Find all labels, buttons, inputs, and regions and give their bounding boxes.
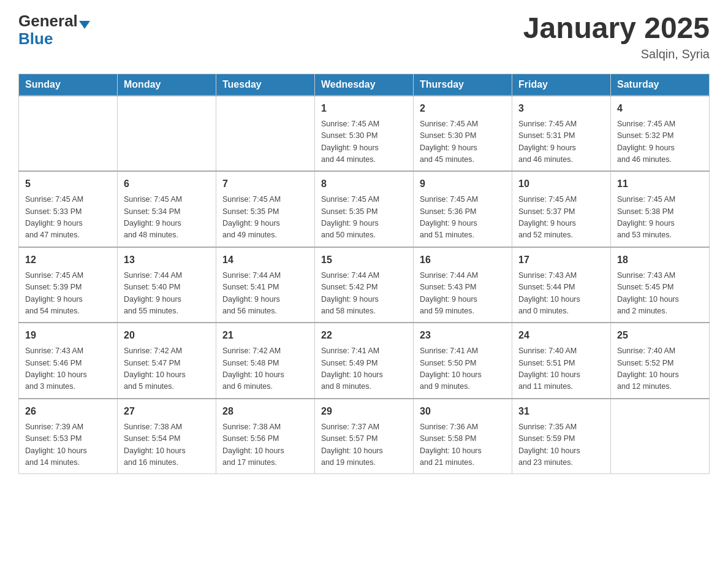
day-info: Sunrise: 7:45 AMSunset: 5:30 PMDaylight:… — [321, 118, 407, 166]
calendar-week-row: 26Sunrise: 7:39 AMSunset: 5:53 PMDayligh… — [19, 399, 710, 474]
calendar-cell: 21Sunrise: 7:42 AMSunset: 5:48 PMDayligh… — [216, 323, 315, 399]
calendar-cell: 17Sunrise: 7:43 AMSunset: 5:44 PMDayligh… — [512, 247, 611, 323]
calendar-cell: 2Sunrise: 7:45 AMSunset: 5:30 PMDaylight… — [414, 96, 512, 172]
column-header-saturday: Saturday — [611, 74, 710, 96]
column-header-tuesday: Tuesday — [216, 74, 315, 96]
day-number: 22 — [321, 328, 407, 343]
calendar-cell: 23Sunrise: 7:41 AMSunset: 5:50 PMDayligh… — [414, 323, 512, 399]
calendar-cell — [118, 96, 216, 172]
calendar-cell — [19, 96, 118, 172]
calendar-cell — [611, 399, 710, 474]
logo-chevron-icon — [79, 21, 90, 29]
day-number: 26 — [25, 404, 111, 419]
calendar-cell: 31Sunrise: 7:35 AMSunset: 5:59 PMDayligh… — [512, 399, 611, 474]
calendar-table: SundayMondayTuesdayWednesdayThursdayFrid… — [18, 74, 710, 475]
day-info: Sunrise: 7:36 AMSunset: 5:58 PMDaylight:… — [420, 421, 506, 469]
day-number: 30 — [420, 404, 506, 419]
column-header-wednesday: Wednesday — [315, 74, 414, 96]
calendar-cell: 11Sunrise: 7:45 AMSunset: 5:38 PMDayligh… — [611, 171, 710, 247]
calendar-cell: 24Sunrise: 7:40 AMSunset: 5:51 PMDayligh… — [512, 323, 611, 399]
calendar-cell: 5Sunrise: 7:45 AMSunset: 5:33 PMDaylight… — [19, 171, 118, 247]
calendar-cell: 7Sunrise: 7:45 AMSunset: 5:35 PMDaylight… — [216, 171, 315, 247]
calendar-cell: 15Sunrise: 7:44 AMSunset: 5:42 PMDayligh… — [315, 247, 414, 323]
page-subtitle: Salqin, Syria — [523, 47, 710, 61]
day-info: Sunrise: 7:45 AMSunset: 5:32 PMDaylight:… — [617, 118, 703, 166]
day-info: Sunrise: 7:40 AMSunset: 5:52 PMDaylight:… — [617, 345, 703, 393]
calendar-cell: 25Sunrise: 7:40 AMSunset: 5:52 PMDayligh… — [611, 323, 710, 399]
day-number: 27 — [124, 404, 210, 419]
calendar-cell — [216, 96, 315, 172]
calendar-cell: 29Sunrise: 7:37 AMSunset: 5:57 PMDayligh… — [315, 399, 414, 474]
column-header-friday: Friday — [512, 74, 611, 96]
day-info: Sunrise: 7:35 AMSunset: 5:59 PMDaylight:… — [518, 421, 604, 469]
day-info: Sunrise: 7:44 AMSunset: 5:41 PMDaylight:… — [222, 270, 308, 318]
day-number: 7 — [222, 177, 308, 191]
day-info: Sunrise: 7:45 AMSunset: 5:38 PMDaylight:… — [617, 194, 703, 242]
day-number: 28 — [222, 404, 308, 419]
title-block: January 2025 Salqin, Syria — [523, 12, 710, 61]
day-info: Sunrise: 7:42 AMSunset: 5:48 PMDaylight:… — [222, 345, 308, 393]
day-info: Sunrise: 7:40 AMSunset: 5:51 PMDaylight:… — [518, 345, 604, 393]
calendar-cell: 16Sunrise: 7:44 AMSunset: 5:43 PMDayligh… — [414, 247, 512, 323]
calendar-cell: 10Sunrise: 7:45 AMSunset: 5:37 PMDayligh… — [512, 171, 611, 247]
day-number: 29 — [321, 404, 407, 419]
day-number: 2 — [420, 101, 506, 116]
day-number: 4 — [617, 101, 703, 116]
day-info: Sunrise: 7:45 AMSunset: 5:33 PMDaylight:… — [25, 194, 111, 242]
day-number: 20 — [124, 328, 210, 343]
calendar-week-row: 5Sunrise: 7:45 AMSunset: 5:33 PMDaylight… — [19, 171, 710, 247]
calendar-cell: 6Sunrise: 7:45 AMSunset: 5:34 PMDaylight… — [118, 171, 216, 247]
calendar-cell: 8Sunrise: 7:45 AMSunset: 5:35 PMDaylight… — [315, 171, 414, 247]
day-info: Sunrise: 7:45 AMSunset: 5:36 PMDaylight:… — [420, 194, 506, 242]
logo-general-text: General — [18, 12, 78, 30]
calendar-cell: 30Sunrise: 7:36 AMSunset: 5:58 PMDayligh… — [414, 399, 512, 474]
calendar-cell: 27Sunrise: 7:38 AMSunset: 5:54 PMDayligh… — [118, 399, 216, 474]
day-number: 11 — [617, 177, 703, 191]
day-number: 5 — [25, 177, 111, 191]
calendar-cell: 12Sunrise: 7:45 AMSunset: 5:39 PMDayligh… — [19, 247, 118, 323]
day-info: Sunrise: 7:41 AMSunset: 5:49 PMDaylight:… — [321, 345, 407, 393]
page-title: January 2025 — [523, 12, 710, 45]
day-info: Sunrise: 7:45 AMSunset: 5:34 PMDaylight:… — [124, 194, 210, 242]
calendar-cell: 22Sunrise: 7:41 AMSunset: 5:49 PMDayligh… — [315, 323, 414, 399]
calendar-cell: 20Sunrise: 7:42 AMSunset: 5:47 PMDayligh… — [118, 323, 216, 399]
day-info: Sunrise: 7:38 AMSunset: 5:56 PMDaylight:… — [222, 421, 308, 469]
day-info: Sunrise: 7:45 AMSunset: 5:30 PMDaylight:… — [420, 118, 506, 166]
day-info: Sunrise: 7:38 AMSunset: 5:54 PMDaylight:… — [124, 421, 210, 469]
day-info: Sunrise: 7:45 AMSunset: 5:31 PMDaylight:… — [518, 118, 604, 166]
day-number: 15 — [321, 253, 407, 267]
calendar-cell: 18Sunrise: 7:43 AMSunset: 5:45 PMDayligh… — [611, 247, 710, 323]
day-info: Sunrise: 7:43 AMSunset: 5:44 PMDaylight:… — [518, 270, 604, 318]
day-info: Sunrise: 7:43 AMSunset: 5:45 PMDaylight:… — [617, 270, 703, 318]
column-header-thursday: Thursday — [414, 74, 512, 96]
day-info: Sunrise: 7:45 AMSunset: 5:35 PMDaylight:… — [222, 194, 308, 242]
day-number: 12 — [25, 253, 111, 267]
day-number: 24 — [518, 328, 604, 343]
calendar-cell: 19Sunrise: 7:43 AMSunset: 5:46 PMDayligh… — [19, 323, 118, 399]
day-number: 1 — [321, 101, 407, 116]
day-number: 18 — [617, 253, 703, 267]
day-info: Sunrise: 7:37 AMSunset: 5:57 PMDaylight:… — [321, 421, 407, 469]
calendar-cell: 4Sunrise: 7:45 AMSunset: 5:32 PMDaylight… — [611, 96, 710, 172]
calendar-cell: 26Sunrise: 7:39 AMSunset: 5:53 PMDayligh… — [19, 399, 118, 474]
day-number: 13 — [124, 253, 210, 267]
calendar-cell: 14Sunrise: 7:44 AMSunset: 5:41 PMDayligh… — [216, 247, 315, 323]
day-info: Sunrise: 7:44 AMSunset: 5:43 PMDaylight:… — [420, 270, 506, 318]
day-info: Sunrise: 7:45 AMSunset: 5:35 PMDaylight:… — [321, 194, 407, 242]
day-info: Sunrise: 7:41 AMSunset: 5:50 PMDaylight:… — [420, 345, 506, 393]
day-number: 8 — [321, 177, 407, 191]
day-number: 14 — [222, 253, 308, 267]
logo: General Blue — [18, 12, 90, 47]
day-info: Sunrise: 7:44 AMSunset: 5:42 PMDaylight:… — [321, 270, 407, 318]
day-info: Sunrise: 7:43 AMSunset: 5:46 PMDaylight:… — [25, 345, 111, 393]
calendar-week-row: 1Sunrise: 7:45 AMSunset: 5:30 PMDaylight… — [19, 96, 710, 172]
calendar-week-row: 12Sunrise: 7:45 AMSunset: 5:39 PMDayligh… — [19, 247, 710, 323]
day-number: 16 — [420, 253, 506, 267]
day-info: Sunrise: 7:42 AMSunset: 5:47 PMDaylight:… — [124, 345, 210, 393]
day-info: Sunrise: 7:44 AMSunset: 5:40 PMDaylight:… — [124, 270, 210, 318]
calendar-cell: 1Sunrise: 7:45 AMSunset: 5:30 PMDaylight… — [315, 96, 414, 172]
calendar-cell: 3Sunrise: 7:45 AMSunset: 5:31 PMDaylight… — [512, 96, 611, 172]
logo-blue-text: Blue — [18, 30, 90, 48]
day-number: 23 — [420, 328, 506, 343]
day-info: Sunrise: 7:45 AMSunset: 5:37 PMDaylight:… — [518, 194, 604, 242]
